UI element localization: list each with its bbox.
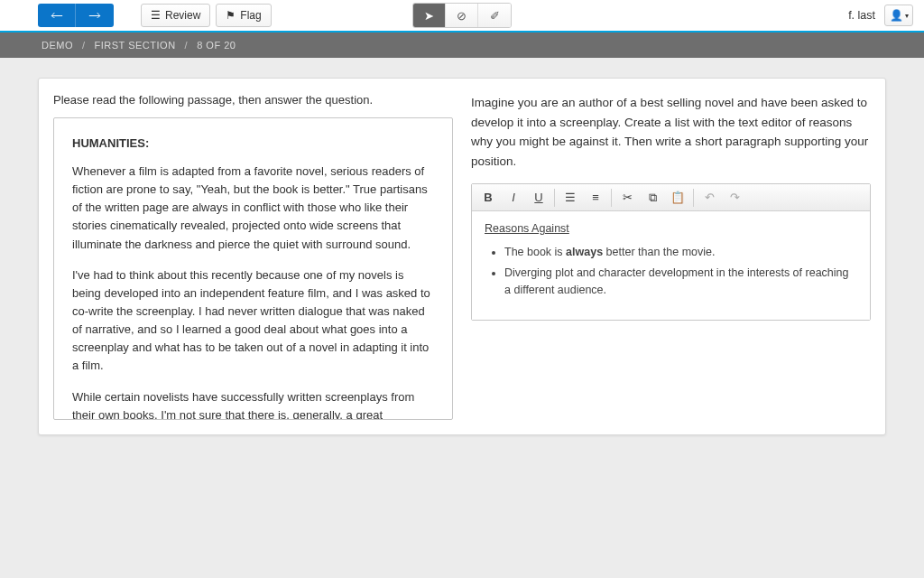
passage-paragraph: While certain novelists have successfull…	[72, 388, 434, 420]
passage-scrollbox[interactable]: HUMANITIES: Whenever a film is adapted f…	[53, 117, 453, 420]
pointer-icon: ➤	[424, 9, 434, 23]
question-card: Please read the following passage, then …	[38, 78, 886, 435]
page-wrap: Please read the following passage, then …	[0, 58, 924, 455]
user-icon: 👤	[890, 9, 903, 22]
toolbar-separator	[554, 189, 555, 207]
highlight-tool-button[interactable]: ✐	[478, 4, 511, 27]
top-toolbar: 🡐 🡒 ☰ Review ⚑ Flag ➤ ⊘ ✐ f. last 👤▾	[0, 0, 924, 33]
next-button[interactable]: 🡒	[76, 4, 114, 27]
breadcrumb-bar: DEMO / FIRST SECTION / 8 OF 20	[0, 33, 924, 58]
review-button[interactable]: ☰ Review	[141, 4, 210, 27]
review-label: Review	[165, 9, 200, 22]
user-menu-button[interactable]: 👤▾	[884, 5, 913, 26]
annotation-tool-group: ➤ ⊘ ✐	[412, 3, 512, 28]
toolbar-separator	[693, 189, 694, 207]
paste-button[interactable]: 📋	[665, 187, 690, 209]
passage-pane: Please read the following passage, then …	[53, 93, 453, 420]
response-pane: Imagine you are an author of a best sell…	[471, 93, 871, 420]
erase-icon: ⊘	[457, 9, 467, 23]
number-list-button[interactable]: ≡	[583, 187, 608, 209]
pointer-tool-button[interactable]: ➤	[413, 4, 446, 27]
breadcrumb-root[interactable]: DEMO	[42, 40, 73, 51]
copy-icon: ⧉	[649, 191, 657, 205]
cut-button[interactable]: ✂	[614, 187, 640, 209]
bold-button[interactable]: B	[476, 187, 501, 209]
italic-button[interactable]: I	[501, 187, 526, 209]
caret-down-icon: ▾	[905, 12, 909, 20]
list-item: The book is always better than the movie…	[504, 244, 857, 261]
list-icon: ☰	[151, 9, 161, 22]
number-list-icon: ≡	[592, 191, 599, 204]
breadcrumb-sep: /	[82, 40, 86, 51]
prev-button[interactable]: 🡐	[38, 4, 76, 27]
rich-text-editor: B I U ☰ ≡ ✂ ⧉ 📋 ↶ ↷ Reasons Against	[471, 183, 871, 321]
username-label: f. last	[848, 9, 875, 22]
user-area: f. last 👤▾	[848, 5, 913, 26]
flag-icon: ⚑	[226, 9, 236, 22]
italic-icon: I	[512, 191, 515, 204]
passage-paragraph: Whenever a film is adapted from a favori…	[72, 163, 434, 254]
bold-icon: B	[484, 191, 492, 204]
bullet-list-button[interactable]: ☰	[558, 187, 583, 209]
copy-button[interactable]: ⧉	[640, 187, 665, 209]
bullet-list-icon: ☰	[565, 191, 576, 204]
question-prompt: Imagine you are an author of a best sell…	[471, 93, 871, 171]
undo-button[interactable]: ↶	[697, 187, 722, 209]
breadcrumb-position: 8 OF 20	[197, 40, 236, 51]
instruction-text: Please read the following passage, then …	[53, 93, 453, 107]
redo-icon: ↷	[730, 191, 740, 204]
editor-toolbar: B I U ☰ ≡ ✂ ⧉ 📋 ↶ ↷	[472, 184, 870, 211]
response-heading: Reasons Against	[485, 222, 569, 235]
list-item: Diverging plot and character development…	[504, 265, 857, 299]
toolbar-separator	[611, 189, 612, 207]
erase-tool-button[interactable]: ⊘	[446, 4, 478, 27]
arrow-right-icon: 🡒	[88, 8, 101, 23]
underline-icon: U	[534, 191, 542, 204]
underline-button[interactable]: U	[526, 187, 551, 209]
flag-button[interactable]: ⚑ Flag	[216, 4, 271, 27]
arrow-left-icon: 🡐	[51, 8, 63, 23]
nav-arrow-group: 🡐 🡒	[38, 4, 114, 27]
redo-button[interactable]: ↷	[722, 187, 747, 209]
response-list: The book is always better than the movie…	[504, 244, 857, 298]
wand-icon: ✐	[490, 9, 500, 23]
passage-heading: HUMANITIES:	[72, 136, 434, 150]
breadcrumb-section[interactable]: FIRST SECTION	[95, 40, 176, 51]
passage-paragraph: I've had to think about this recently be…	[72, 266, 434, 376]
flag-label: Flag	[240, 9, 261, 22]
paste-icon: 📋	[670, 191, 685, 204]
breadcrumb-sep: /	[185, 40, 189, 51]
undo-icon: ↶	[705, 191, 715, 204]
cut-icon: ✂	[623, 191, 633, 204]
editor-content[interactable]: Reasons Against The book is always bette…	[472, 211, 870, 320]
